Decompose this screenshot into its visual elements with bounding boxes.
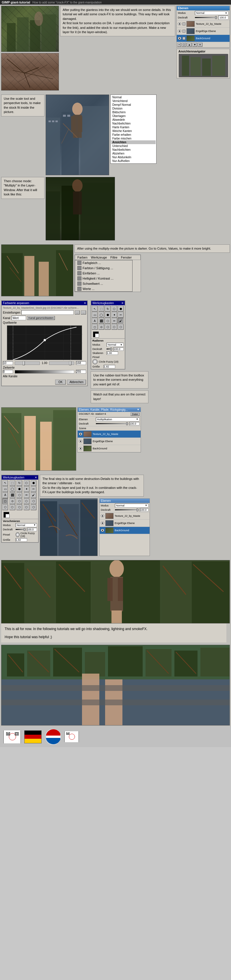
menu-farben[interactable]: Farben <box>75 255 89 259</box>
layers2-eye-bg[interactable] <box>79 447 82 450</box>
tool-clone[interactable]: ⬡ <box>111 324 117 330</box>
dropdown-farbton[interactable]: Farbton / Sättigung ... <box>75 266 132 270</box>
bg-color-2[interactable] <box>5 514 10 518</box>
skalieren-input[interactable] <box>107 352 118 355</box>
layers3-opacity-input[interactable] <box>140 508 148 512</box>
curve-input-slider[interactable] <box>15 361 40 365</box>
tool-shear[interactable]: ⬢ <box>118 306 124 312</box>
tool-text[interactable]: A <box>92 318 98 324</box>
curve-input-left[interactable] <box>3 361 13 365</box>
tool-pencil[interactable]: ✏ <box>111 318 117 324</box>
layer-row-background[interactable]: BackGround <box>177 35 229 42</box>
einstellungen-btn[interactable]: ... <box>75 310 80 315</box>
foreground-color[interactable] <box>93 331 99 337</box>
dropdown-farbgleich[interactable]: Farbgleich ... <box>75 260 132 266</box>
tool-free-sel[interactable]: ⬟ <box>105 312 111 318</box>
tool-scale-tool[interactable]: ⬡ <box>111 306 117 312</box>
layer-visibility-texture[interactable] <box>178 22 181 25</box>
layers2-expand-btn[interactable]: Datei <box>130 412 140 416</box>
tool2-dodge[interactable]: ⬡ <box>10 504 15 510</box>
background-color[interactable] <box>95 334 99 337</box>
opacity-slider[interactable] <box>195 17 217 18</box>
tool2-fuzzy[interactable]: ✦ <box>24 486 29 492</box>
tool2-scale[interactable]: ⬡ <box>24 480 29 486</box>
tool2-rect[interactable]: ▭ <box>2 486 8 492</box>
opacity-input[interactable] <box>218 16 228 20</box>
v-modus-select[interactable]: Normal <box>16 523 37 527</box>
tool2-heal[interactable]: ⬡ <box>30 498 36 504</box>
layers3-eye-texture[interactable] <box>101 514 104 517</box>
layers3-mode-select[interactable]: Normal <box>115 504 148 508</box>
blend-nur-auf[interactable]: Nur Aufhellen <box>111 159 156 163</box>
tool2-fill[interactable]: ⬛ <box>10 492 15 498</box>
layers2-mode-select[interactable]: Multiplikation <box>96 417 140 422</box>
layers2-opacity-input[interactable] <box>129 422 140 425</box>
layers3-row-bg[interactable]: BackGround <box>99 527 149 534</box>
layer-row-texture[interactable]: Texture_22_by_Maste <box>177 21 229 28</box>
toolbox-close-btn[interactable]: ✕ <box>121 301 124 305</box>
tool-ellipse-sel[interactable]: ◯ <box>98 312 104 318</box>
layer-up-btn[interactable]: ▲ <box>187 43 192 47</box>
blend-farbe-mix[interactable]: Farbe mischen <box>111 137 156 140</box>
tool2-ink[interactable]: ⬡ <box>16 498 22 504</box>
tool-crop[interactable]: ⬚ <box>98 306 104 312</box>
mode-dropdown[interactable]: Normal <box>195 11 228 15</box>
layer-new-btn[interactable]: + <box>177 43 181 47</box>
menu-fenster[interactable]: Fenster <box>119 255 133 259</box>
curve-output-slider[interactable] <box>49 361 74 365</box>
blend-uberlagen[interactable]: Überlagen <box>111 114 156 118</box>
blend-division[interactable]: Division <box>111 107 156 110</box>
tool2-pencil[interactable]: ✏ <box>24 492 29 498</box>
blend-nachbelichten2[interactable]: Nachbelichten <box>111 148 156 152</box>
layers2-eye-engel[interactable] <box>79 440 82 443</box>
blend-abziehen[interactable]: Abziehen <box>111 152 156 155</box>
curves-ok-btn[interactable]: OK <box>55 380 66 385</box>
curve-graph[interactable] <box>7 325 82 360</box>
tool2-smear[interactable]: ⬡ <box>2 504 8 510</box>
tool2-crop[interactable]: ⬚ <box>10 480 15 486</box>
tool2-shear[interactable]: ⬢ <box>30 480 36 486</box>
v-deckraft-slider[interactable] <box>16 529 26 530</box>
layer-row-engel[interactable]: EngelEige Ebene <box>177 28 229 35</box>
layers3-eye-bg[interactable] <box>101 529 104 532</box>
tool2-ellipse[interactable]: ◯ <box>10 486 15 492</box>
layer-duplicate-btn[interactable]: ⬡ <box>181 43 186 47</box>
curve-output-left[interactable] <box>3 370 13 374</box>
toolbox2-close-btn[interactable]: ✕ <box>35 476 37 479</box>
modus-select[interactable]: Normal <box>107 343 124 347</box>
tool2-burn[interactable]: ⬡ <box>16 504 22 510</box>
tool2-text[interactable]: A <box>2 492 8 498</box>
einstellungen-dropdown[interactable] <box>21 310 74 315</box>
v-deckraft-input[interactable] <box>27 528 37 531</box>
blend-unterschied[interactable]: Unterschied <box>111 144 156 148</box>
dropdown-schwellwert[interactable]: Schwellwert ... <box>75 281 132 286</box>
tool2-airbrush[interactable]: ⊙ <box>10 498 15 504</box>
dropdown-einfarben[interactable]: Einfärben ... <box>75 270 132 276</box>
layers2-row-bg[interactable]: BackGround <box>78 445 141 452</box>
tool-rect-sel[interactable]: ▭ <box>92 312 98 318</box>
tool2-measure[interactable]: ⬡ <box>30 504 36 510</box>
tool-scissor[interactable]: ✂ <box>118 312 124 318</box>
curves-close-btn[interactable]: ✕ <box>84 301 86 305</box>
tool2-brush[interactable]: 🖌 <box>30 492 36 498</box>
blend-normal[interactable]: Normal <box>111 95 156 99</box>
v-grosse-input[interactable] <box>16 538 27 542</box>
layers3-eye-engel[interactable] <box>101 522 104 525</box>
layer-delete-btn[interactable]: ✕ <box>198 43 202 47</box>
tool2-rotate[interactable]: ↻ <box>16 480 22 486</box>
layers2-opacity-slider[interactable] <box>96 423 128 424</box>
kanal-value[interactable]: Wert <box>11 316 26 320</box>
dropdown-werte[interactable]: Werte ... <box>75 286 132 291</box>
layer-visibility-engel[interactable] <box>178 30 181 33</box>
layers3-opacity-slider[interactable] <box>115 509 139 511</box>
blend-bildschirm[interactable]: Bildschirm <box>111 110 156 114</box>
curve-input-right[interactable] <box>76 361 86 365</box>
blend-nur-abd[interactable]: Nur Abdunkeln <box>111 155 156 159</box>
layer-visibility-bg[interactable] <box>178 37 181 40</box>
menu-filtre[interactable]: Filtre <box>109 255 119 259</box>
blend-vernichtend[interactable]: Vernichtend <box>111 99 156 103</box>
tool2-arrow[interactable]: ↖ <box>2 480 8 486</box>
dropdown-helligkeit[interactable]: Helligkeit / Kontrast ... <box>75 276 132 281</box>
tool2-scissors[interactable]: ✂ <box>30 486 36 492</box>
deckraft-input[interactable] <box>114 347 124 351</box>
